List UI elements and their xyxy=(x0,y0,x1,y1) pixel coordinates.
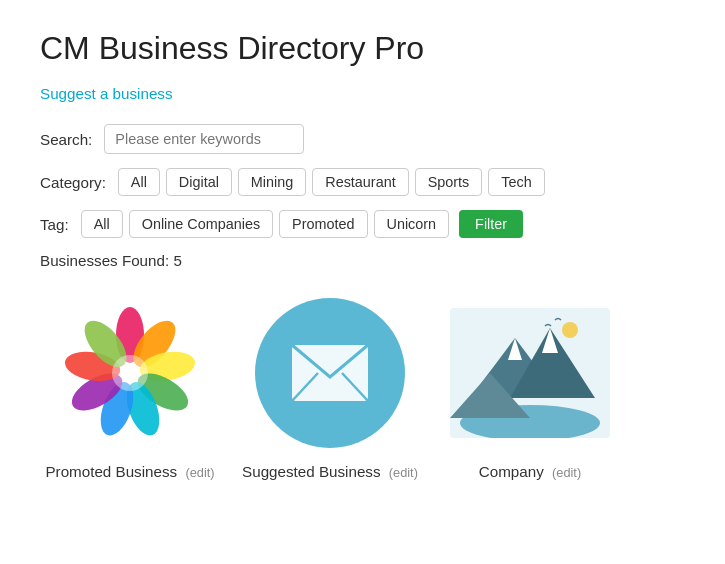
search-input[interactable] xyxy=(104,124,304,154)
tag-all[interactable]: All xyxy=(81,210,123,238)
search-row: Search: xyxy=(40,124,685,154)
category-row: Category: All Digital Mining Restaurant … xyxy=(40,168,685,196)
category-all[interactable]: All xyxy=(118,168,160,196)
search-label: Search: xyxy=(40,131,92,148)
business-name-promoted: Promoted Business (edit) xyxy=(45,463,214,480)
suggest-business-link[interactable]: Suggest a business xyxy=(40,85,685,102)
tag-row: Tag: All Online Companies Promoted Unico… xyxy=(40,210,685,238)
businesses-grid: Promoted Business (edit) Suggested Busin… xyxy=(40,293,685,480)
category-tech[interactable]: Tech xyxy=(488,168,544,196)
business-name-company: Company (edit) xyxy=(479,463,581,480)
svg-point-9 xyxy=(112,355,148,391)
filter-button[interactable]: Filter xyxy=(459,210,523,238)
page-title: CM Business Directory Pro xyxy=(40,30,685,67)
category-restaurant[interactable]: Restaurant xyxy=(312,168,408,196)
tag-label: Tag: xyxy=(40,216,69,233)
category-digital[interactable]: Digital xyxy=(166,168,232,196)
edit-link-promoted[interactable]: (edit) xyxy=(185,465,214,480)
business-card-company: Company (edit) xyxy=(440,293,620,480)
business-logo-suggested xyxy=(250,293,410,453)
tag-promoted[interactable]: Promoted xyxy=(279,210,367,238)
category-sports[interactable]: Sports xyxy=(415,168,483,196)
tag-online-companies[interactable]: Online Companies xyxy=(129,210,273,238)
business-card-promoted: Promoted Business (edit) xyxy=(40,293,220,480)
tag-unicorn[interactable]: Unicorn xyxy=(374,210,450,238)
business-logo-company xyxy=(450,293,610,453)
edit-link-company[interactable]: (edit) xyxy=(552,465,581,480)
business-logo-promoted xyxy=(50,293,210,453)
business-card-suggested: Suggested Business (edit) xyxy=(240,293,420,480)
category-mining[interactable]: Mining xyxy=(238,168,306,196)
svg-point-20 xyxy=(562,322,578,338)
businesses-found: Businesses Found: 5 xyxy=(40,252,685,269)
envelope-icon xyxy=(255,298,405,448)
category-label: Category: xyxy=(40,174,106,191)
edit-link-suggested[interactable]: (edit) xyxy=(389,465,418,480)
business-name-suggested: Suggested Business (edit) xyxy=(242,463,418,480)
